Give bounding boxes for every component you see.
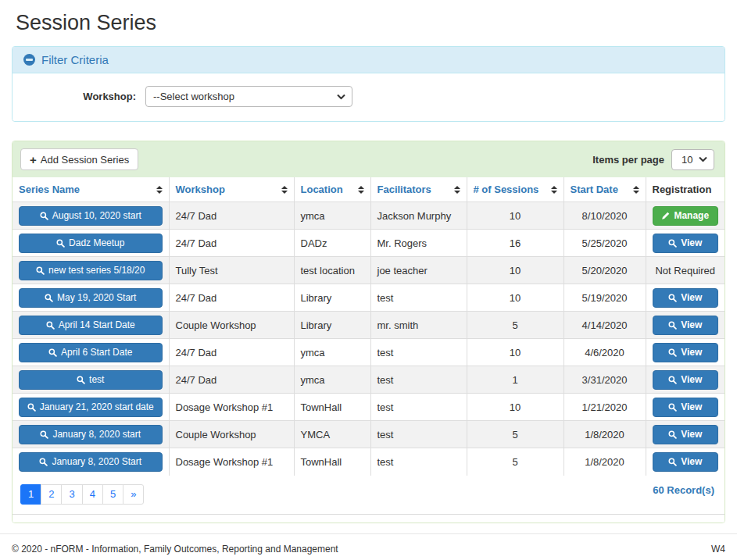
workshop-cell: 24/7 Dad (169, 202, 294, 230)
registration-status-text: Not Required (655, 265, 715, 276)
column-label: Location (301, 184, 343, 195)
footer-copyright: © 2020 - nFORM - Information, Family Out… (12, 544, 338, 555)
series-name-button[interactable]: test (19, 370, 163, 390)
sessions-cell: 5 (467, 421, 563, 448)
column-label: # of Sessions (474, 184, 539, 195)
page-button-5[interactable]: 5 (102, 484, 123, 505)
pencil-icon (661, 212, 670, 220)
series-name-cell: January 8, 2020 Start (13, 448, 169, 476)
start-date-cell: 4/6/2020 (563, 339, 646, 366)
registration-button-label: Manage (674, 210, 709, 221)
workshop-label: Workshop: (13, 91, 145, 102)
series-name-label: April 6 Start Date (61, 347, 132, 358)
view-registration-button[interactable]: View (653, 343, 719, 362)
items-per-page: Items per page 10 (592, 149, 717, 170)
column-header-of-sessions[interactable]: # of Sessions (467, 177, 563, 202)
column-header-inner: # of Sessions (474, 184, 557, 195)
facilitators-cell: test (370, 394, 467, 421)
table-header-row: Series NameWorkshopLocationFacilitators#… (13, 177, 724, 202)
table-row: January 8, 2020 StartDosage Workshop #1T… (13, 448, 724, 476)
registration-button-label: View (681, 319, 702, 330)
series-name-button[interactable]: January 21, 2020 start date (19, 398, 163, 417)
start-date-cell: 5/25/2020 (563, 230, 646, 257)
series-name-label: Dadz Meetup (69, 237, 124, 248)
location-cell: DADz (294, 230, 370, 257)
filter-criteria-header[interactable]: Filter Criteria (13, 47, 724, 73)
series-name-button[interactable]: April 6 Start Date (19, 343, 163, 362)
sessions-cell: 5 (467, 312, 563, 339)
column-header-workshop[interactable]: Workshop (169, 177, 294, 202)
filter-body: Workshop: --Select workshop (13, 73, 724, 121)
view-registration-button[interactable]: View (653, 234, 719, 253)
search-icon (36, 266, 45, 275)
series-name-button[interactable]: January 8, 2020 Start (19, 452, 163, 472)
workshop-select[interactable]: --Select workshop (145, 86, 352, 107)
sort-icon (281, 186, 288, 194)
workshop-cell: Dosage Workshop #1 (169, 448, 294, 476)
series-name-button[interactable]: Dadz Meetup (19, 234, 163, 253)
registration-button-label: View (681, 401, 702, 412)
page-button-1[interactable]: 1 (20, 484, 41, 505)
view-registration-button[interactable]: View (653, 370, 719, 390)
start-date-cell: 5/20/2020 (563, 257, 646, 284)
column-header-registration: Registration (646, 177, 724, 202)
facilitators-cell: test (370, 339, 467, 366)
table-row: January 8, 2020 startCouple WorkshopYMCA… (13, 421, 724, 448)
page-button-2[interactable]: 2 (41, 484, 62, 505)
view-registration-button[interactable]: View (653, 425, 719, 444)
search-icon (668, 376, 677, 384)
manage-registration-button[interactable]: Manage (653, 206, 719, 226)
column-header-location[interactable]: Location (294, 177, 370, 202)
series-name-button[interactable]: new test series 5/18/20 (19, 261, 163, 280)
sort-icon (358, 186, 364, 194)
plus-icon: + (30, 154, 37, 166)
sort-up-arrow (633, 186, 639, 189)
registration-cell: View (646, 366, 724, 394)
page-button-3[interactable]: 3 (61, 484, 82, 505)
workshop-cell: Dosage Workshop #1 (169, 394, 294, 421)
column-header-start-date[interactable]: Start Date (563, 177, 646, 202)
page-button-4[interactable]: 4 (82, 484, 103, 505)
sessions-cell: 10 (467, 284, 563, 312)
view-registration-button[interactable]: View (653, 398, 719, 417)
start-date-cell: 4/14/2020 (563, 312, 646, 339)
column-header-series-name[interactable]: Series Name (13, 177, 169, 202)
location-cell: TownHall (294, 394, 370, 421)
location-cell: Library (294, 312, 370, 339)
registration-cell: View (646, 339, 724, 366)
add-session-series-button[interactable]: + Add Session Series (20, 148, 138, 170)
series-name-label: May 19, 2020 Start (57, 292, 136, 303)
view-registration-button[interactable]: View (653, 316, 719, 335)
location-cell: test location (294, 257, 370, 284)
view-registration-button[interactable]: View (653, 452, 719, 472)
series-name-button[interactable]: April 14 Start Date (19, 316, 163, 335)
page-button-[interactable]: » (123, 484, 144, 505)
items-per-page-select[interactable]: 10 (671, 149, 714, 170)
registration-button-label: View (681, 347, 702, 358)
workshop-cell: Tully Test (169, 257, 294, 284)
series-name-button[interactable]: August 10, 2020 start (19, 206, 163, 226)
registration-cell: View (646, 284, 724, 312)
session-series-table: Series NameWorkshopLocationFacilitators#… (13, 177, 724, 476)
sort-up-arrow (454, 186, 460, 189)
location-cell: TownHall (294, 448, 370, 476)
table-row: April 6 Start Date24/7 Dadymcatest104/6/… (13, 339, 724, 366)
series-name-label: test (89, 374, 104, 385)
series-name-cell: new test series 5/18/20 (13, 257, 169, 284)
minus-circle-icon (23, 54, 35, 66)
series-name-cell: test (13, 366, 169, 394)
workshop-cell: 24/7 Dad (169, 230, 294, 257)
column-label: Facilitators (377, 184, 431, 195)
start-date-cell: 5/19/2020 (563, 284, 646, 312)
column-header-inner: Registration (653, 184, 719, 195)
view-registration-button[interactable]: View (653, 288, 719, 308)
series-name-button[interactable]: May 19, 2020 Start (19, 288, 163, 308)
column-header-facilitators[interactable]: Facilitators (370, 177, 467, 202)
series-name-cell: January 21, 2020 start date (13, 394, 169, 421)
search-icon (668, 294, 677, 302)
sessions-cell: 10 (467, 202, 563, 230)
series-name-cell: May 19, 2020 Start (13, 284, 169, 312)
facilitators-cell: test (370, 284, 467, 312)
series-name-button[interactable]: January 8, 2020 start (19, 425, 163, 444)
filter-panel: Filter Criteria Workshop: --Select works… (12, 46, 725, 122)
